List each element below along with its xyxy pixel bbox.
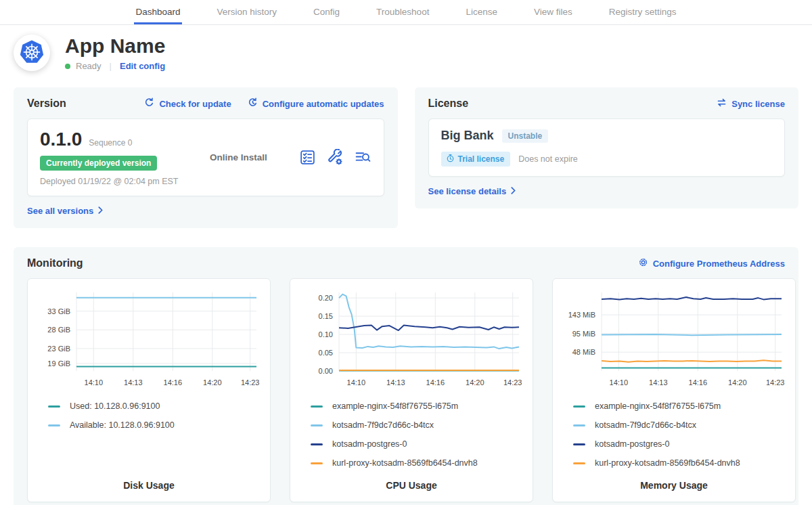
chart-legend: Used: 10.128.0.96:9100Available: 10.128.…	[39, 401, 259, 430]
svg-text:14:10: 14:10	[610, 378, 629, 387]
svg-text:33 GiB: 33 GiB	[47, 307, 70, 315]
svg-text:14:16: 14:16	[689, 378, 708, 387]
svg-text:0.00: 0.00	[319, 367, 333, 375]
version-panel: Version Check for update	[14, 87, 398, 228]
tab-version-history[interactable]: Version history	[216, 0, 279, 24]
svg-text:14:20: 14:20	[203, 378, 222, 387]
legend-swatch	[311, 424, 323, 426]
chart-legend: example-nginx-54f8f76755-l675mkotsadm-7f…	[564, 401, 784, 468]
tab-license[interactable]: License	[464, 0, 499, 24]
legend-item: kurl-proxy-kotsadm-8569fb6454-dnvh8	[311, 458, 522, 468]
channel-badge: Unstable	[502, 129, 549, 143]
chevron-right-icon	[511, 186, 516, 196]
legend-swatch	[311, 462, 323, 464]
install-type-label: Online Install	[210, 152, 267, 162]
legend-item: example-nginx-54f8f76755-l675m	[311, 401, 522, 411]
dashboard-page: App Name Ready | Edit config Version	[0, 25, 812, 505]
legend-swatch	[573, 424, 585, 426]
see-all-versions-link[interactable]: See all versions	[27, 206, 103, 216]
legend-swatch	[311, 443, 323, 445]
legend-item: kotsadm-7f9dc7d66c-b4tcx	[311, 420, 522, 430]
legend-label: example-nginx-54f8f76755-l675m	[595, 401, 721, 411]
legend-item: kurl-proxy-kotsadm-8569fb6454-dnvh8	[573, 458, 784, 468]
legend-swatch	[573, 443, 585, 445]
deployed-badge: Currently deployed version	[40, 156, 157, 171]
logs-magnifier-icon[interactable]	[355, 149, 371, 166]
svg-text:23 GiB: 23 GiB	[47, 345, 70, 353]
check-for-update-button[interactable]: Check for update	[144, 97, 231, 110]
svg-text:95 MiB: 95 MiB	[572, 330, 595, 338]
legend-item: kotsadm-postgres-0	[311, 439, 522, 449]
license-type-badge: Trial license	[441, 152, 511, 167]
legend-label: kurl-proxy-kotsadm-8569fb6454-dnvh8	[332, 458, 478, 468]
version-number: 0.1.0	[40, 129, 82, 150]
svg-text:143 MiB: 143 MiB	[568, 311, 595, 319]
version-panel-title: Version	[27, 97, 66, 110]
legend-swatch	[573, 405, 585, 408]
legend-item: Used: 10.128.0.96:9100	[48, 401, 259, 411]
preflight-checklist-icon[interactable]	[299, 149, 316, 166]
svg-text:14:10: 14:10	[85, 378, 104, 387]
kubernetes-logo-icon	[16, 37, 47, 70]
current-version-card: 0.1.0 Sequence 0 Currently deployed vers…	[27, 118, 384, 196]
svg-text:14:16: 14:16	[164, 378, 183, 387]
tab-troubleshoot[interactable]: Troubleshoot	[375, 0, 430, 24]
legend-item: Available: 10.128.0.96:9100	[48, 420, 259, 430]
svg-text:14:20: 14:20	[466, 378, 484, 387]
chart-title: Memory Usage	[564, 468, 784, 491]
see-license-details-link[interactable]: See license details	[428, 186, 516, 196]
svg-text:14:13: 14:13	[386, 378, 405, 387]
app-logo	[14, 35, 50, 71]
svg-text:0.20: 0.20	[319, 294, 333, 302]
legend-swatch	[311, 405, 323, 408]
divider: |	[107, 61, 114, 71]
legend-swatch	[48, 405, 60, 408]
legend-label: example-nginx-54f8f76755-l675m	[332, 401, 458, 411]
svg-text:0.10: 0.10	[319, 330, 333, 338]
monitoring-title: Monitoring	[27, 257, 83, 269]
svg-text:14:16: 14:16	[426, 378, 445, 387]
svg-text:14:13: 14:13	[649, 378, 668, 387]
sync-arrows-icon	[717, 97, 727, 110]
svg-text:14:23: 14:23	[241, 378, 260, 387]
tab-view-files[interactable]: View files	[533, 0, 574, 24]
top-navigation: DashboardVersion historyConfigTroublesho…	[0, 0, 812, 25]
license-panel-title: License	[428, 97, 469, 110]
configure-prometheus-button[interactable]: Configure Prometheus Address	[638, 257, 785, 269]
license-panel: License Sync license Big Bank Unstable	[415, 87, 799, 208]
svg-text:14:23: 14:23	[766, 378, 785, 387]
license-expiration: Does not expire	[518, 154, 578, 164]
wrench-gear-icon[interactable]	[327, 149, 344, 166]
status-text: Ready	[76, 61, 102, 71]
svg-text:14:20: 14:20	[728, 378, 747, 387]
legend-swatch	[573, 462, 585, 464]
legend-swatch	[48, 424, 60, 426]
configure-automatic-updates-button[interactable]: Configure automatic updates	[248, 97, 384, 110]
legend-label: kotsadm-postgres-0	[595, 439, 669, 449]
svg-text:0.05: 0.05	[319, 349, 333, 357]
memory-usage-card: 14:1014:1314:1614:2014:23143 MiB95 MiB48…	[552, 278, 796, 502]
edit-config-link[interactable]: Edit config	[120, 61, 165, 71]
legend-item: kotsadm-postgres-0	[573, 439, 784, 449]
legend-item: kotsadm-7f9dc7d66c-b4tcx	[573, 420, 784, 430]
clock-refresh-icon	[248, 97, 258, 110]
tab-registry-settings[interactable]: Registry settings	[608, 0, 678, 24]
tab-config[interactable]: Config	[312, 0, 341, 24]
legend-label: kotsadm-7f9dc7d66c-b4tcx	[595, 420, 696, 430]
license-details-card: Big Bank Unstable Trial l	[428, 118, 786, 177]
sync-license-button[interactable]: Sync license	[717, 97, 785, 110]
svg-text:14:13: 14:13	[124, 378, 143, 387]
chevron-right-icon	[98, 206, 103, 216]
page-title: App Name	[65, 35, 165, 57]
legend-label: Available: 10.128.0.96:9100	[70, 420, 175, 430]
deployed-timestamp: Deployed 01/19/22 @ 02:04 pm EST	[40, 177, 178, 186]
disk-usage-chart: 14:1014:1314:1614:2014:2333 GiB28 GiB23 …	[39, 287, 259, 392]
chart-title: CPU Usage	[301, 468, 522, 491]
legend-item: example-nginx-54f8f76755-l675m	[573, 401, 784, 411]
license-assignee: Big Bank	[441, 129, 494, 143]
legend-label: kotsadm-7f9dc7d66c-b4tcx	[332, 420, 434, 430]
svg-text:19 GiB: 19 GiB	[47, 359, 70, 368]
svg-text:28 GiB: 28 GiB	[47, 326, 70, 334]
tab-dashboard[interactable]: Dashboard	[134, 0, 181, 24]
chart-title: Disk Usage	[39, 468, 259, 491]
